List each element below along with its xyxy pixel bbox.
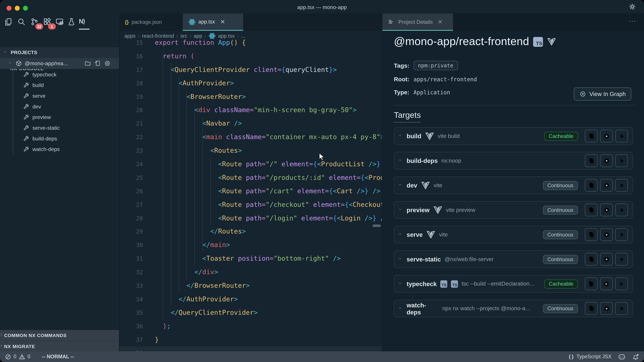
errors-icon[interactable] — [5, 354, 11, 360]
sidebar-target-serve-static[interactable]: serve-static — [0, 122, 119, 133]
sidebar-target-serve[interactable]: serve — [0, 90, 119, 101]
sidebar-target-preview[interactable]: preview — [0, 112, 119, 122]
view-button[interactable] — [600, 302, 613, 315]
code-line[interactable]: 29 </Routes> — [120, 225, 382, 239]
code-line[interactable]: 24 <Route path="/" element={<ProductList… — [120, 158, 382, 171]
activity-item-remote[interactable] — [56, 17, 66, 27]
chevron-down-icon[interactable] — [399, 282, 403, 286]
sidebar-section-nx-migrate[interactable]: NX MIGRATE — [0, 341, 119, 352]
target-card-build[interactable]: buildvite buildCacheable — [394, 127, 633, 145]
open-folder-icon[interactable] — [84, 60, 91, 66]
code-line[interactable]: 20 <div className="min-h-screen bg-gray-… — [120, 104, 382, 117]
language-mode[interactable]: { } TypeScript JSX — [569, 354, 612, 360]
run-target-button[interactable] — [615, 228, 628, 241]
code-line[interactable]: 30 </main> — [120, 239, 382, 252]
code-line[interactable]: 37} — [120, 333, 382, 347]
notifications-bell-icon[interactable] — [632, 353, 639, 360]
code-line[interactable]: 35 </QueryClientProvider> — [120, 306, 382, 320]
zoom-window-button[interactable] — [23, 6, 28, 10]
projects-section-header[interactable]: PROJECTS — [0, 47, 119, 58]
sidebar-target-build-deps[interactable]: build-deps — [0, 133, 119, 144]
copy-button[interactable] — [585, 204, 598, 216]
run-target-button[interactable] — [615, 179, 628, 192]
code-line[interactable]: 15export function App() { — [120, 36, 382, 50]
code-line[interactable]: 19 <BrowserRouter> — [120, 90, 382, 104]
sidebar-target-dev[interactable]: dev — [0, 101, 119, 112]
activity-item-source-graph[interactable]: 32 — [30, 17, 40, 27]
chevron-down-icon[interactable] — [399, 134, 403, 138]
view-button[interactable] — [600, 130, 613, 142]
code-line[interactable]: 23 <Routes> — [120, 144, 382, 158]
tab-app.tsx[interactable]: app.tsx✕ — [183, 13, 243, 31]
run-target-button[interactable] — [615, 253, 628, 266]
run-target-button[interactable] — [615, 204, 628, 216]
warning-count[interactable]: 0 — [28, 354, 30, 360]
close-icon[interactable]: ✕ — [438, 18, 442, 25]
chevron-down-icon[interactable] — [399, 232, 403, 237]
run-target-button[interactable] — [615, 130, 628, 142]
tab-package.json[interactable]: {}package.json — [119, 13, 183, 31]
run-target-button[interactable] — [615, 154, 628, 167]
code-line[interactable]: 17 <QueryClientProvider client={queryCli… — [120, 63, 382, 77]
copy-button[interactable] — [585, 278, 598, 290]
activity-item-nx[interactable]: N⟩ — [79, 17, 89, 27]
sidebar-target-build[interactable]: build — [0, 80, 119, 90]
view-button[interactable] — [600, 253, 613, 266]
view-in-graph-button[interactable]: View In Graph — [574, 87, 632, 100]
code-line[interactable]: 32 </div> — [120, 266, 382, 279]
target-card-serve-static[interactable]: serve-static@nx/web:file-serverContinuou… — [394, 250, 633, 268]
copy-button[interactable] — [585, 253, 598, 266]
code-line[interactable]: 27 <Route path="/checkout" element={<Che… — [120, 198, 382, 212]
chevron-down-icon[interactable] — [399, 306, 403, 310]
code-line[interactable]: 34 </AuthProvider> — [120, 293, 382, 306]
activity-item-beaker[interactable] — [68, 17, 77, 27]
copy-button[interactable] — [585, 302, 598, 315]
code-line[interactable]: 16 return ( — [120, 50, 382, 63]
settings-gear-icon[interactable] — [629, 3, 636, 10]
view-button[interactable] — [600, 278, 613, 290]
chevron-down-icon[interactable] — [399, 208, 403, 212]
view-button[interactable] — [600, 204, 613, 216]
activity-item-extensions[interactable]: 1 — [43, 17, 53, 27]
panel-more-icon[interactable]: ··· — [629, 17, 636, 24]
copy-button[interactable] — [585, 228, 598, 241]
goto-config-icon[interactable] — [94, 60, 100, 66]
code-editor[interactable]: apps›react-frontend›src›app›app.tsx›... … — [119, 31, 382, 352]
copy-button[interactable] — [585, 154, 598, 167]
target-card-watch-deps[interactable]: watch-depsnpx nx watch --projects @mono-… — [394, 300, 633, 317]
sidebar-target-watch-deps[interactable]: watch-deps — [0, 144, 119, 154]
copilot-icon[interactable] — [618, 353, 626, 360]
copy-button[interactable] — [585, 130, 598, 142]
error-count[interactable]: 0 — [14, 354, 16, 360]
target-card-typecheck[interactable]: typecheckTSTStsc --build --emitDeclarati… — [394, 275, 633, 293]
target-card-preview[interactable]: previewvite previewContinuous — [394, 201, 633, 219]
view-button[interactable] — [600, 228, 613, 241]
close-window-button[interactable] — [6, 6, 12, 10]
code-line[interactable]: 22 <main className="container mx-auto px… — [120, 131, 382, 144]
code-line[interactable]: 18 <AuthProvider> — [120, 77, 382, 90]
run-target-button[interactable] — [615, 278, 628, 290]
minimize-window-button[interactable] — [15, 6, 20, 10]
run-target-button[interactable] — [615, 302, 628, 315]
target-card-dev[interactable]: devviteContinuous — [394, 176, 633, 194]
view-button[interactable] — [600, 154, 613, 167]
target-card-build-deps[interactable]: build-depsnx:noop — [394, 152, 633, 169]
target-icon[interactable] — [104, 60, 110, 66]
copy-button[interactable] — [585, 179, 598, 192]
code-line[interactable]: 28 <Route path="/login" element={<Login … — [120, 212, 382, 225]
warnings-icon[interactable] — [19, 354, 25, 360]
code-line[interactable]: 31 <Toaster position="bottom-right" /> — [120, 252, 382, 266]
chevron-down-icon[interactable] — [399, 183, 403, 187]
code-line[interactable]: 25 <Route path="/products/:id" element={… — [120, 171, 382, 185]
activity-item-search[interactable] — [17, 17, 27, 27]
activity-item-files[interactable] — [4, 17, 14, 27]
sidebar-section-common-nx-commands[interactable]: COMMON NX COMMANDS — [0, 330, 119, 341]
sidebar-project-row[interactable]: @mono-app/rea... — [0, 58, 119, 69]
code-line[interactable]: 33 </BrowserRouter> — [120, 279, 382, 293]
target-card-serve[interactable]: serveviteContinuous — [394, 226, 633, 243]
chevron-down-icon[interactable] — [399, 159, 403, 163]
code-line[interactable]: 21 <Navbar /> — [120, 117, 382, 131]
scrollbar-thumb[interactable] — [372, 225, 381, 227]
close-icon[interactable]: ✕ — [220, 18, 225, 25]
sidebar-target-typecheck[interactable]: typecheck — [0, 69, 119, 80]
